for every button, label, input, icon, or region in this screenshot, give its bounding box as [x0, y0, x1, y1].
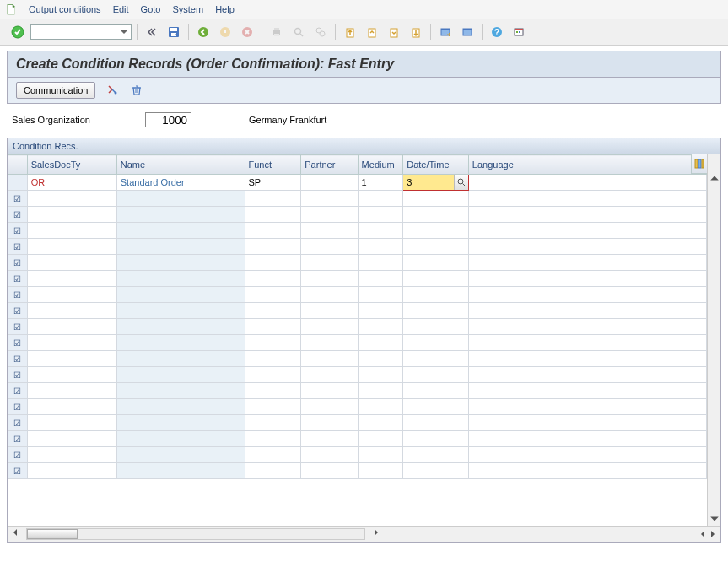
cell-language[interactable] [468, 223, 526, 239]
select-all-header[interactable] [8, 155, 28, 175]
cell-empty[interactable] [526, 383, 707, 399]
cell-partner[interactable] [301, 239, 358, 255]
cell-language[interactable] [468, 175, 526, 191]
cell-datetime[interactable] [403, 447, 469, 463]
cell-language[interactable] [468, 415, 526, 431]
cell-datetime[interactable] [403, 463, 469, 479]
cell-datetime[interactable] [403, 431, 469, 447]
col-header-salesdocty[interactable]: SalesDocTy [27, 155, 116, 175]
col-header-datetime[interactable]: Date/Time [403, 155, 469, 175]
row-selector[interactable]: ☑ [8, 287, 28, 303]
cell-datetime[interactable] [403, 351, 469, 367]
cell-salesdocty[interactable] [27, 191, 116, 207]
cell-medium[interactable] [358, 271, 403, 287]
row-selector[interactable]: ☑ [8, 223, 28, 239]
row-selector[interactable]: ☑ [8, 383, 28, 399]
cell-language[interactable] [468, 207, 526, 223]
cell-empty[interactable] [526, 415, 707, 431]
communication-button[interactable]: Communication [16, 82, 95, 99]
cell-funct[interactable] [245, 447, 301, 463]
cell-funct[interactable] [245, 367, 301, 383]
scroll-left-icon[interactable] [11, 528, 19, 537]
cell-name[interactable]: Standard Order [116, 175, 245, 191]
exit-button[interactable] [216, 23, 235, 41]
cell-partner[interactable] [301, 431, 358, 447]
cell-partner[interactable] [301, 415, 358, 431]
cell-salesdocty[interactable] [27, 271, 116, 287]
cell-salesdocty[interactable] [27, 399, 116, 415]
cell-partner[interactable] [301, 367, 358, 383]
help-button[interactable]: ? [488, 23, 506, 41]
cell-datetime[interactable] [403, 191, 469, 207]
cancel-button[interactable] [238, 23, 256, 41]
menu-command-icon[interactable] [5, 3, 17, 15]
cell-funct[interactable] [245, 239, 301, 255]
command-history-icon[interactable] [118, 26, 130, 38]
cell-datetime[interactable] [403, 319, 469, 335]
cell-datetime[interactable] [403, 271, 469, 287]
cell-empty[interactable] [526, 191, 707, 207]
cell-medium[interactable] [358, 383, 403, 399]
cell-datetime[interactable] [403, 367, 469, 383]
row-selector[interactable]: ☑ [8, 207, 28, 223]
cell-medium[interactable] [358, 431, 403, 447]
cell-name[interactable] [116, 383, 245, 399]
cell-medium[interactable] [358, 399, 403, 415]
scroll-right2-icon[interactable] [709, 530, 717, 538]
cell-empty[interactable] [526, 223, 707, 239]
cell-datetime[interactable] [403, 335, 469, 351]
cell-partner[interactable] [301, 191, 358, 207]
cell-name[interactable] [116, 271, 245, 287]
delete-icon[interactable] [127, 81, 146, 100]
cell-empty[interactable] [526, 287, 707, 303]
last-page-button[interactable] [407, 23, 425, 41]
row-selector[interactable] [8, 175, 28, 191]
row-selector[interactable]: ☑ [8, 431, 28, 447]
cell-funct[interactable] [245, 463, 301, 479]
cell-empty[interactable] [526, 255, 707, 271]
cell-salesdocty[interactable] [27, 239, 116, 255]
cell-salesdocty[interactable] [27, 351, 116, 367]
cell-language[interactable] [468, 367, 526, 383]
cell-datetime[interactable] [403, 399, 469, 415]
cell-empty[interactable] [526, 303, 707, 319]
cell-datetime[interactable] [403, 239, 469, 255]
row-selector[interactable]: ☑ [8, 271, 28, 287]
row-selector[interactable]: ☑ [8, 335, 28, 351]
cell-language[interactable] [468, 239, 526, 255]
cell-name[interactable] [116, 351, 245, 367]
cell-datetime[interactable] [403, 415, 469, 431]
cell-salesdocty[interactable]: OR [27, 175, 116, 191]
cell-language[interactable] [468, 463, 526, 479]
cell-medium[interactable] [358, 191, 403, 207]
table-settings-button[interactable] [691, 154, 707, 174]
cell-datetime[interactable] [403, 223, 469, 239]
cell-partner[interactable] [301, 351, 358, 367]
cell-language[interactable] [468, 447, 526, 463]
cell-medium[interactable] [358, 287, 403, 303]
scroll-up-icon[interactable] [709, 173, 720, 183]
cell-name[interactable] [116, 191, 245, 207]
cell-funct[interactable] [245, 431, 301, 447]
col-header-partner[interactable]: Partner [301, 155, 358, 175]
cell-name[interactable] [116, 431, 245, 447]
back-button[interactable] [194, 23, 213, 41]
menu-output-conditions[interactable]: Output conditions [29, 4, 101, 14]
cell-datetime[interactable] [403, 287, 469, 303]
row-selector[interactable]: ☑ [8, 447, 28, 463]
cell-datetime[interactable] [403, 255, 469, 271]
cell-datetime[interactable] [403, 207, 469, 223]
row-selector[interactable]: ☑ [8, 255, 28, 271]
cell-partner[interactable] [301, 463, 358, 479]
cell-partner[interactable] [301, 383, 358, 399]
cell-funct[interactable] [245, 335, 301, 351]
cell-empty[interactable] [526, 207, 707, 223]
cell-medium[interactable] [358, 319, 403, 335]
vertical-scrollbar[interactable] [707, 154, 720, 526]
row-selector[interactable]: ☑ [8, 319, 28, 335]
cell-funct[interactable] [245, 383, 301, 399]
cell-salesdocty[interactable] [27, 287, 116, 303]
enter-button[interactable] [8, 23, 27, 41]
cell-salesdocty[interactable] [27, 383, 116, 399]
cell-partner[interactable] [301, 271, 358, 287]
